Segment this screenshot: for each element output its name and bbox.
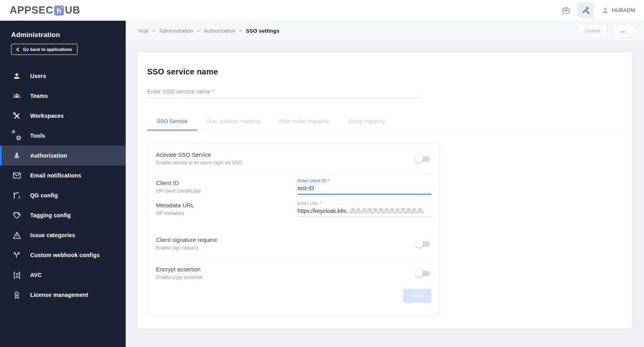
svg-text:01: 01 [16,275,19,278]
sso-service-form: Activate SSO Service Enable service to l… [148,143,440,314]
tab-sso-service[interactable]: SSO Service [147,113,197,131]
breadcrumb-hub[interactable]: Hub [138,28,148,34]
warning-triangle-icon [12,230,21,240]
sidebar-item-users[interactable]: Users [0,66,126,86]
tab-group-mapping[interactable]: Group mapping [338,113,394,130]
gears-icon: ⚙ ⚙ [12,131,21,140]
briefcase-icon[interactable] [558,2,574,18]
logo-text-left: APPSEC [10,4,53,16]
chevron-left-icon [16,47,19,52]
tag-icon [12,211,21,220]
user-icon [12,71,21,81]
sidebar-item-license-management[interactable]: License management [0,285,126,305]
logo-h-icon: h [54,6,64,16]
metadata-url-value: https://keycloak.k8s. [298,208,348,214]
back-arrow-button[interactable]: ← [612,24,634,38]
tab-bar: SSO Service User schema mapping Role mod… [147,113,622,131]
sidebar-title: Administration [11,31,126,39]
sidebar-item-issue-categories[interactable]: Issue categories [0,225,126,245]
sidebar-item-email-notifications[interactable]: Email notifications [0,166,126,185]
person-podium-icon [12,151,21,160]
row-subtitle: Enable sign request [156,245,217,251]
sidebar-item-label: AVC [30,272,42,278]
client-id-row: Client ID IdP client identificator Enter… [156,178,431,195]
binary-brackets-icon: 10 01 [12,270,21,280]
sidebar-item-custom-webhook-configs[interactable]: Custom webhook configs [0,245,126,265]
breadcrumb-separator-dot [197,30,199,32]
breadcrumb-separator-dot [153,30,155,32]
row-title: Activate SSO Service [156,152,242,158]
sidebar-item-label: Email notifications [30,172,81,179]
sidebar-item-tools[interactable]: ⚙ ⚙ Tools [0,126,126,146]
sso-service-name-input[interactable] [147,86,421,98]
row-title: Client signature request [156,237,217,243]
teams-icon [12,91,21,101]
row-title: Client ID [156,179,201,186]
user-menu[interactable]: HUBADM [602,7,635,14]
hammer-wrench-icon [12,111,21,121]
row-title: Metadata URL [156,202,195,209]
client-id-floating-label: Enter client ID * [298,178,431,183]
main-content: SSO service name SSO Service User schema… [126,41,644,347]
breadcrumb: Hub Administration Authorization SSO set… [138,28,279,34]
username: HUBADM [612,7,635,13]
split-arrows-icon [12,250,21,260]
tab-role-model-mapping[interactable]: Role model mapping [270,113,338,130]
client-id-input[interactable] [298,183,431,195]
envelope-icon [12,171,21,180]
header-actions: HUBADM [558,2,635,18]
sidebar-item-label: Custom webhook configs [30,252,100,258]
page-actions: Delete ← [578,24,634,38]
breadcrumb-administration[interactable]: Administration [159,28,193,34]
metadata-url-input[interactable]: https://keycloak.k8s. [298,206,431,217]
sidebar-item-label: Issue categories [30,232,75,238]
admin-tools-icon[interactable] [578,2,594,18]
sidebar-item-label: Users [30,73,46,79]
sidebar-item-workspaces[interactable]: Workspaces [0,106,126,126]
breadcrumb-bar: Hub Administration Authorization SSO set… [126,21,644,41]
client-signature-row: Client signature request Enable sign req… [156,231,431,258]
sidebar-item-label: License management [30,292,88,298]
tab-user-schema-mapping[interactable]: User schema mapping [197,113,270,130]
top-header: APPSEC h UB HUBADM [0,0,644,21]
breadcrumb-authorization[interactable]: Authorization [204,28,235,34]
metadata-url-floating-label: Enter URL * [298,201,431,206]
sidebar-item-qg-config[interactable]: QG config [0,185,126,205]
metadata-url-row: Metadata URL IdP metadata Enter URL * ht… [156,201,431,217]
user-avatar-icon [602,7,609,14]
breadcrumb-current: SSO settings [246,28,279,34]
breadcrumb-separator-dot [239,30,241,32]
boom-gate-icon [12,191,21,200]
sidebar-item-teams[interactable]: Teams [0,86,126,106]
delete-button[interactable]: Delete [578,24,608,38]
activate-sso-row: Activate SSO Service Enable service to l… [156,144,431,174]
go-back-to-applications-button[interactable]: Go back to applications [11,44,78,55]
sidebar-item-avc[interactable]: 10 01 AVC [0,265,126,285]
sidebar-item-authorization[interactable]: Authorization [0,146,126,166]
client-signature-toggle[interactable] [416,241,430,247]
row-title: Encrypt assertion [156,266,203,273]
sso-service-name-field [147,86,421,98]
logo-text-right: UB [65,4,80,16]
sso-settings-card: SSO service name SSO Service User schema… [137,52,632,328]
row-subtitle: Enable crypt assertion [156,275,203,280]
activate-sso-toggle[interactable] [416,156,430,162]
app-logo: APPSEC h UB [10,4,80,16]
sidebar-item-label: QG config [30,192,58,199]
encrypt-assertion-row: Encrypt assertion Enable crypt assertion [156,264,431,280]
back-arrow-icon: ← [620,27,627,35]
sidebar: Administration Go back to applications U… [0,21,126,347]
row-subtitle: Enable service to let users login via SS… [156,160,242,166]
sidebar-item-tagging-config[interactable]: Tagging config [0,205,126,225]
sidebar-nav: Users Teams Workspaces [0,66,126,305]
save-button[interactable]: Save [403,289,431,303]
award-icon [12,290,21,300]
sidebar-item-label: Workspaces [30,113,64,119]
sidebar-item-label: Tagging config [30,212,71,218]
sidebar-item-label: Teams [30,93,48,99]
sidebar-item-label: Authorization [30,152,67,159]
row-subtitle: IdP client identificator [156,188,201,194]
row-subtitle: IdP metadata [156,211,195,216]
encrypt-assertion-toggle[interactable] [416,271,430,276]
svg-text:10: 10 [16,272,19,275]
